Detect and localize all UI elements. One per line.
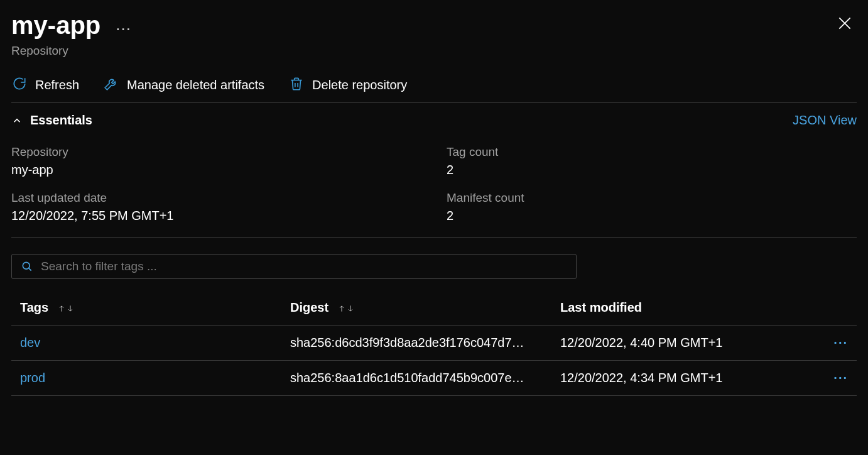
delete-repository-button[interactable]: Delete repository bbox=[288, 75, 407, 95]
last-modified-cell: 12/20/2022, 4:34 PM GMT+1 bbox=[551, 361, 819, 396]
page-title: my-app bbox=[11, 11, 100, 39]
search-box[interactable] bbox=[11, 254, 577, 279]
sort-icon bbox=[337, 304, 355, 314]
svg-point-0 bbox=[23, 262, 30, 269]
table-row: prod sha256:8aa1d6c1d510fadd745b9c007e… … bbox=[11, 361, 857, 396]
page-subtitle: Repository bbox=[11, 44, 131, 58]
refresh-label: Refresh bbox=[35, 78, 79, 92]
search-input[interactable] bbox=[41, 260, 567, 273]
tag-count-value: 2 bbox=[447, 163, 857, 177]
field-tag-count: Tag count 2 bbox=[447, 145, 857, 177]
search-icon bbox=[21, 260, 33, 273]
chevron-up-icon bbox=[11, 115, 23, 126]
last-updated-label: Last updated date bbox=[11, 191, 421, 205]
toolbar: Refresh Manage deleted artifacts Delete … bbox=[11, 75, 857, 103]
refresh-button[interactable]: Refresh bbox=[11, 75, 79, 95]
column-tags[interactable]: Tags bbox=[11, 300, 281, 326]
essentials-toggle[interactable]: Essentials bbox=[11, 113, 92, 128]
trash-icon bbox=[288, 75, 305, 95]
close-button[interactable] bbox=[833, 11, 857, 38]
digest-cell: sha256:d6cd3f9f3d8aa2de3f176c047d7… bbox=[281, 326, 551, 361]
last-updated-value: 12/20/2022, 7:55 PM GMT+1 bbox=[11, 209, 421, 223]
field-repository: Repository my-app bbox=[11, 145, 421, 177]
manifest-count-value: 2 bbox=[447, 209, 857, 223]
repository-label: Repository bbox=[11, 145, 421, 159]
row-actions-button[interactable]: ··· bbox=[819, 361, 857, 396]
wrench-icon bbox=[103, 75, 119, 95]
manifest-count-label: Manifest count bbox=[447, 191, 857, 205]
column-last-modified[interactable]: Last modified bbox=[551, 300, 819, 326]
digest-cell: sha256:8aa1d6c1d510fadd745b9c007e… bbox=[281, 361, 551, 396]
json-view-link[interactable]: JSON View bbox=[793, 113, 857, 128]
repository-value: my-app bbox=[11, 163, 421, 177]
essentials-panel: Repository my-app Tag count 2 Last updat… bbox=[11, 145, 857, 238]
column-digest-label: Digest bbox=[290, 300, 328, 314]
field-last-updated: Last updated date 12/20/2022, 7:55 PM GM… bbox=[11, 191, 421, 223]
last-modified-cell: 12/20/2022, 4:40 PM GMT+1 bbox=[551, 326, 819, 361]
column-tags-label: Tags bbox=[20, 300, 48, 314]
sort-icon bbox=[57, 304, 75, 314]
tag-count-label: Tag count bbox=[447, 145, 857, 159]
more-actions-header[interactable]: ··· bbox=[116, 14, 131, 36]
column-last-modified-label: Last modified bbox=[560, 300, 642, 314]
manage-deleted-label: Manage deleted artifacts bbox=[127, 78, 264, 92]
delete-repository-label: Delete repository bbox=[312, 78, 407, 92]
refresh-icon bbox=[11, 75, 28, 95]
field-manifest-count: Manifest count 2 bbox=[447, 191, 857, 223]
tag-link[interactable]: prod bbox=[20, 371, 45, 385]
tags-table: Tags Digest Last modified dev sha2 bbox=[11, 300, 857, 396]
row-actions-button[interactable]: ··· bbox=[819, 326, 857, 361]
manage-deleted-button[interactable]: Manage deleted artifacts bbox=[103, 75, 264, 95]
tag-link[interactable]: dev bbox=[20, 336, 40, 349]
essentials-label: Essentials bbox=[30, 113, 92, 128]
table-row: dev sha256:d6cd3f9f3d8aa2de3f176c047d7… … bbox=[11, 326, 857, 361]
close-icon bbox=[837, 15, 853, 31]
column-digest[interactable]: Digest bbox=[281, 300, 551, 326]
